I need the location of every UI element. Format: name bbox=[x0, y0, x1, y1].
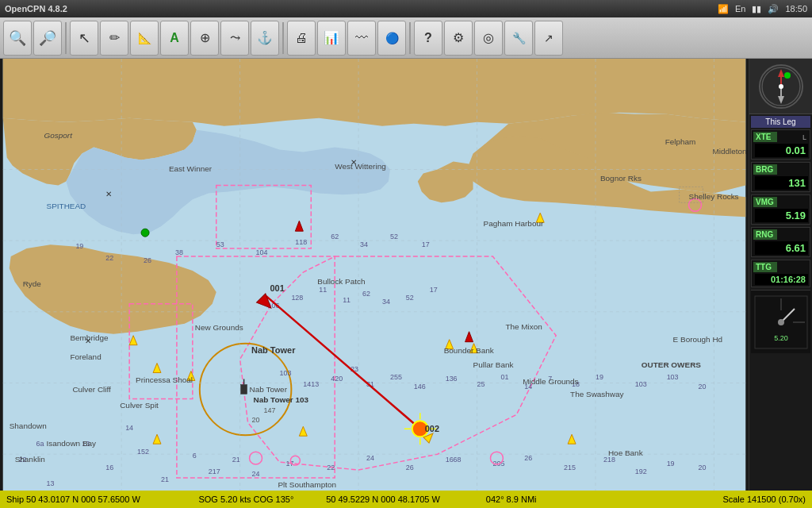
brg-value: 131 bbox=[755, 176, 808, 190]
svg-text:103: 103 bbox=[279, 369, 291, 377]
svg-text:26: 26 bbox=[144, 256, 151, 264]
svg-text:152: 152 bbox=[137, 448, 149, 456]
svg-text:Plt Southampton: Plt Southampton bbox=[278, 480, 336, 489]
svg-rect-80 bbox=[241, 384, 247, 394]
svg-text:Gosport: Gosport bbox=[44, 131, 74, 140]
svg-text:14: 14 bbox=[125, 424, 133, 432]
measure-button[interactable]: 📐 bbox=[130, 21, 159, 56]
zoom-out-button[interactable]: 🔎 bbox=[33, 21, 62, 56]
svg-text:62: 62 bbox=[362, 290, 370, 298]
svg-text:17: 17 bbox=[430, 286, 438, 294]
svg-text:21: 21 bbox=[161, 475, 169, 483]
svg-text:19: 19 bbox=[75, 242, 83, 250]
svg-text:Bounder Bank: Bounder Bank bbox=[444, 346, 494, 355]
cursor-button[interactable]: ↗ bbox=[534, 21, 563, 56]
svg-text:E Borough Hd: E Borough Hd bbox=[673, 335, 723, 344]
waypoint-button[interactable]: ⊕ bbox=[190, 21, 219, 56]
svg-text:SPITHEAD: SPITHEAD bbox=[47, 202, 86, 210]
svg-text:West Wittering: West Wittering bbox=[335, 162, 386, 171]
svg-text:1413: 1413 bbox=[303, 380, 319, 388]
svg-text:128: 128 bbox=[291, 294, 303, 302]
svg-text:East Winner: East Winner bbox=[169, 164, 213, 173]
pencil-tool-button[interactable]: ✏ bbox=[100, 21, 128, 56]
chart-button[interactable]: 📊 bbox=[317, 21, 346, 56]
blue-button[interactable]: 🔵 bbox=[377, 21, 406, 56]
svg-text:5.20: 5.20 bbox=[774, 334, 788, 342]
svg-point-94 bbox=[141, 229, 149, 237]
svg-text:26: 26 bbox=[406, 464, 414, 471]
svg-text:✕: ✕ bbox=[105, 190, 112, 198]
svg-text:002: 002 bbox=[425, 424, 439, 433]
svg-text:17: 17 bbox=[422, 241, 430, 248]
text-tool-button[interactable]: A bbox=[160, 21, 189, 56]
svg-text:21: 21 bbox=[232, 456, 240, 464]
svg-text:01: 01 bbox=[500, 373, 508, 381]
svg-text:24: 24 bbox=[366, 454, 374, 462]
svg-text:6: 6 bbox=[193, 452, 197, 460]
status-bearing: 042° 8.9 NMi bbox=[486, 495, 646, 504]
svg-text:38: 38 bbox=[175, 248, 183, 256]
svg-text:Culver Cliff: Culver Cliff bbox=[72, 385, 111, 394]
xte-value: 0.01 bbox=[755, 144, 808, 157]
svg-text:Nab Tower: Nab Tower bbox=[250, 385, 288, 394]
svg-text:16: 16 bbox=[105, 464, 113, 471]
rng-label: RNG bbox=[753, 229, 777, 240]
leg-panel-header: This Leg bbox=[751, 116, 810, 128]
svg-text:19: 19 bbox=[667, 460, 675, 468]
svg-text:Pagham Harbour: Pagham Harbour bbox=[483, 219, 543, 228]
volume-icon: 🔊 bbox=[768, 4, 779, 14]
svg-point-157 bbox=[779, 84, 783, 89]
svg-text:Pullar Bank: Pullar Bank bbox=[473, 360, 514, 369]
svg-text:001: 001 bbox=[270, 283, 284, 293]
svg-text:34: 34 bbox=[360, 241, 368, 248]
toolbar-separator-3 bbox=[409, 22, 411, 54]
route-button[interactable]: ⤳ bbox=[220, 21, 249, 56]
anchor-button[interactable]: ⚓ bbox=[251, 21, 279, 56]
status-scale: Scale 141500 (0.70x) bbox=[645, 495, 806, 504]
print-button[interactable]: 🖨 bbox=[287, 21, 316, 56]
title-bar: OpenCPN 4.8.2 📶 En ▮▮ 🔊 18:50 bbox=[0, 0, 812, 17]
svg-text:6a: 6a bbox=[36, 440, 44, 448]
ttg-section: TTG 01:16:28 bbox=[751, 260, 810, 287]
svg-text:103: 103 bbox=[635, 380, 647, 388]
svg-text:Shelley Rocks: Shelley Rocks bbox=[689, 192, 739, 201]
brg-label: BRG bbox=[753, 164, 777, 175]
tools-button[interactable]: 🔧 bbox=[504, 21, 533, 56]
svg-text:136: 136 bbox=[446, 375, 458, 383]
wave-button[interactable]: 〰 bbox=[347, 21, 376, 56]
svg-text:20: 20 bbox=[698, 383, 706, 391]
help-button[interactable]: ? bbox=[414, 21, 442, 56]
svg-text:217: 217 bbox=[209, 468, 220, 475]
right-panel: This Leg XTE L 0.01 BRG 131 bbox=[749, 59, 812, 491]
svg-text:13: 13 bbox=[47, 479, 55, 487]
svg-text:104: 104 bbox=[256, 248, 268, 256]
svg-text:192: 192 bbox=[635, 468, 647, 475]
toolbar-separator-2 bbox=[282, 22, 284, 54]
battery-icon: ▮▮ bbox=[752, 4, 761, 14]
svg-text:Hoe Bank: Hoe Bank bbox=[608, 448, 643, 457]
vmg-label: VMG bbox=[753, 197, 777, 207]
settings-button[interactable]: ⚙ bbox=[444, 21, 473, 56]
zoom-in-button[interactable]: 🔍 bbox=[3, 21, 32, 56]
svg-text:20: 20 bbox=[698, 464, 706, 471]
arrow-tool-button[interactable]: ↖ bbox=[70, 21, 98, 56]
clock: 18:50 bbox=[785, 4, 807, 13]
svg-text:22: 22 bbox=[105, 254, 113, 262]
svg-text:New Grounds: New Grounds bbox=[195, 323, 243, 332]
svg-text:Bembridge: Bembridge bbox=[70, 333, 109, 342]
wifi-icon: 📶 bbox=[718, 4, 729, 14]
xte-sublabel: L bbox=[801, 133, 808, 141]
svg-text:Isandown Bay: Isandown Bay bbox=[47, 439, 97, 448]
xte-label: XTE bbox=[753, 132, 777, 142]
svg-text:Shanklin: Shanklin bbox=[15, 455, 45, 464]
chart-area[interactable]: 6a 22 13 13 16 14 152 21 6 217 21 24 17 … bbox=[0, 59, 749, 491]
layers-button[interactable]: ◎ bbox=[474, 21, 503, 56]
svg-text:26: 26 bbox=[524, 454, 532, 462]
svg-text:103: 103 bbox=[667, 373, 679, 381]
svg-text:20: 20 bbox=[252, 416, 260, 424]
rng-section: RNG 6.61 bbox=[751, 227, 810, 257]
svg-point-163 bbox=[778, 319, 784, 325]
svg-text:62: 62 bbox=[331, 233, 339, 241]
status-sog-cog: SOG 5.20 kts COG 135° bbox=[167, 495, 327, 504]
status-position: Ship 50 43.0107 N 000 57.6500 W bbox=[6, 495, 167, 504]
